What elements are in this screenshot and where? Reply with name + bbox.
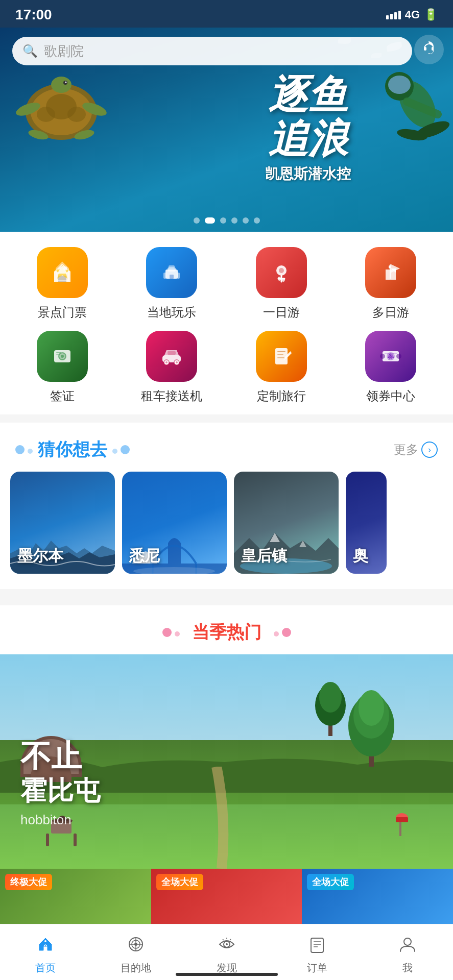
- status-bar: 17:00 4G 🔋: [0, 0, 453, 28]
- promo-badge-2: 全场大促: [156, 874, 203, 890]
- svg-rect-26: [170, 275, 174, 279]
- svg-point-3: [37, 107, 55, 122]
- svg-rect-40: [56, 354, 59, 355]
- diver-graphic: [356, 58, 453, 162]
- destinations-wrap: 墨尔本: [0, 472, 453, 589]
- hot-deco-left: [162, 628, 180, 637]
- rental-icon: [146, 331, 197, 382]
- daytrip-label: 一日游: [263, 304, 300, 321]
- divider-1: [0, 414, 453, 423]
- hobbiton-banner[interactable]: 不止 霍比屯 hobbiton: [0, 654, 453, 869]
- home-indicator: [176, 973, 278, 976]
- deco-dot-4: [121, 445, 130, 454]
- guess-section-header: 猜你想去 更多 ›: [0, 423, 453, 472]
- nav-orders[interactable]: 订单: [272, 930, 362, 975]
- svg-point-83: [226, 943, 228, 945]
- category-tickets[interactable]: 景点门票: [10, 247, 114, 321]
- nav-home[interactable]: 首页: [0, 930, 90, 975]
- coupons-icon: 券: [365, 331, 416, 382]
- hot-deco-right: [274, 628, 291, 637]
- category-rental[interactable]: 租车接送机: [120, 331, 224, 404]
- nav-destination[interactable]: 目的地: [90, 930, 181, 975]
- hero-text-line2: 追浪: [265, 117, 351, 161]
- guess-section: 猜你想去 更多 ›: [0, 423, 453, 589]
- svg-rect-57: [385, 359, 397, 359]
- multiday-icon: [365, 247, 416, 298]
- hot-banner-text-wrap: 不止 霍比屯 hobbiton: [20, 740, 100, 828]
- home-icon: [36, 935, 55, 958]
- svg-rect-39: [56, 352, 61, 353]
- coupons-label: 领券中心: [366, 388, 415, 404]
- svg-point-68: [319, 682, 342, 713]
- dot-1[interactable]: [194, 217, 200, 224]
- hot-banner-subtitle: hobbiton: [20, 812, 100, 828]
- svg-point-20: [63, 266, 67, 271]
- search-bar[interactable]: 🔍 歌剧院: [12, 37, 412, 65]
- destinations-scroll: 墨尔本: [10, 472, 443, 574]
- svg-line-86: [223, 939, 224, 940]
- battery-icon: 🔋: [424, 8, 438, 21]
- network-label: 4G: [405, 8, 420, 21]
- category-custom[interactable]: 定制旅行: [229, 331, 333, 404]
- svg-point-91: [404, 938, 411, 945]
- category-local[interactable]: 当地玩乐: [120, 247, 224, 321]
- local-icon: [146, 247, 197, 298]
- more-button[interactable]: 更多 ›: [394, 442, 438, 458]
- svg-rect-56: [385, 353, 397, 354]
- title-deco-right: [112, 445, 130, 454]
- dot-2[interactable]: [205, 217, 215, 224]
- deco-dot-1: [15, 445, 25, 454]
- nav-discover[interactable]: 发现: [181, 930, 272, 975]
- dest-auckland[interactable]: 奥: [346, 472, 387, 574]
- path: [201, 767, 252, 869]
- category-multiday[interactable]: 多日游: [339, 247, 443, 321]
- category-coupons[interactable]: 券 领券中心: [339, 331, 443, 404]
- mailbox: [392, 805, 412, 838]
- tree-mid: [310, 675, 351, 738]
- tickets-label: 景点门票: [38, 304, 87, 321]
- banner-dots: [194, 217, 260, 224]
- guess-title: 猜你想去: [38, 438, 107, 461]
- svg-rect-24: [163, 273, 166, 279]
- svg-rect-25: [177, 273, 180, 279]
- nav-orders-label: 订单: [307, 961, 327, 975]
- tickets-icon: [37, 247, 88, 298]
- svg-rect-34: [390, 264, 391, 279]
- svg-rect-50: [277, 357, 284, 358]
- bottom-nav: 首页 目的地 发现: [0, 924, 453, 980]
- hero-text-line1: 逐鱼: [265, 74, 351, 117]
- svg-point-14: [388, 76, 411, 94]
- status-icons: 4G 🔋: [386, 8, 438, 21]
- search-input[interactable]: 歌剧院: [44, 42, 84, 60]
- more-label: 更多: [394, 442, 418, 458]
- svg-point-5: [51, 77, 71, 93]
- category-daytrip[interactable]: 一日游: [229, 247, 333, 321]
- hot-section-header: 当季热门: [0, 605, 453, 654]
- dot-6[interactable]: [254, 217, 260, 224]
- nav-destination-label: 目的地: [121, 961, 151, 975]
- svg-point-54: [380, 354, 385, 359]
- title-deco-left: [15, 445, 33, 454]
- dot-4[interactable]: [231, 217, 237, 224]
- promo-badge-3: 全场大促: [307, 874, 354, 890]
- dest-queenstown[interactable]: 皇后镇: [234, 472, 339, 574]
- guess-title-wrap: 猜你想去: [15, 438, 130, 461]
- dot-5[interactable]: [243, 217, 249, 224]
- category-visa[interactable]: 签证: [10, 331, 114, 404]
- svg-rect-71: [396, 817, 408, 822]
- nav-profile-label: 我: [402, 961, 413, 975]
- daytrip-icon: [256, 247, 307, 298]
- hero-text: 逐鱼 追浪 凯恩斯潜水控: [265, 74, 351, 184]
- category-grid: 景点门票 当地玩乐: [10, 247, 443, 404]
- nav-profile[interactable]: 我: [363, 930, 453, 975]
- headset-button[interactable]: [414, 35, 444, 64]
- dest-melbourne[interactable]: 墨尔本: [10, 472, 115, 574]
- category-section: 景点门票 当地玩乐: [0, 232, 453, 414]
- orders-icon: [308, 935, 326, 958]
- svg-point-44: [165, 361, 168, 363]
- dot-3[interactable]: [220, 217, 226, 224]
- dest-sydney[interactable]: 悉尼: [122, 472, 227, 574]
- custom-label: 定制旅行: [257, 388, 306, 404]
- search-icon: 🔍: [22, 44, 38, 58]
- svg-rect-48: [277, 351, 285, 352]
